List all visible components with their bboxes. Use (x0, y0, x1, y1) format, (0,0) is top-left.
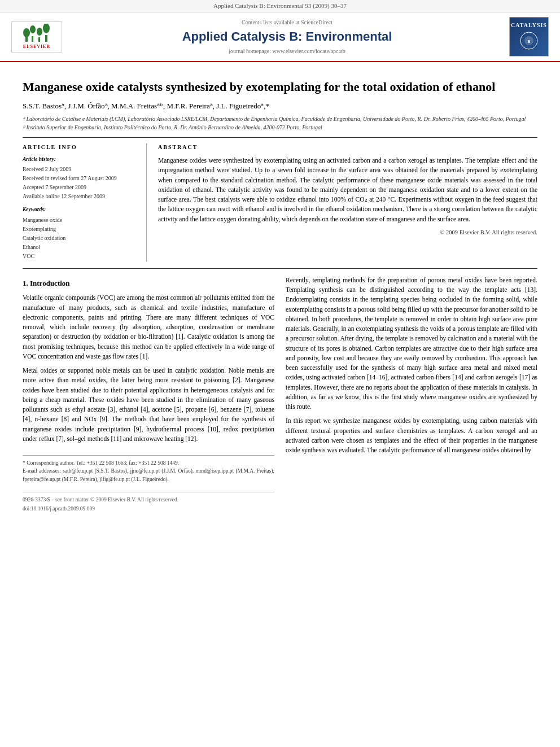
keyword-2: Exotemplating (23, 225, 138, 233)
doi-text: doi:10.1016/j.apcatb.2009.09.009 (23, 505, 274, 513)
svg-rect-7 (45, 35, 47, 42)
issn-text: 0926-3373/$ – see front matter © 2009 El… (23, 496, 178, 504)
header-divider (23, 137, 537, 138)
journal-citation: Applied Catalysis B: Environmental 93 (2… (213, 2, 347, 9)
journal-name: Applied Catalysis B: Environmental (73, 28, 501, 46)
journal-citation-bar: Applied Catalysis B: Environmental 93 (2… (0, 0, 560, 12)
sciencedirect-link: Contents lists available at ScienceDirec… (73, 19, 501, 27)
affiliations: ᵃ Laboratório de Catálise e Materiais (L… (23, 115, 537, 132)
abstract-text: Manganese oxides were synthesized by exo… (158, 156, 537, 224)
abstract-heading: ABSTRACT (158, 143, 537, 151)
authors: S.S.T. Bastosᵃ, J.J.M. Órfãoᵃ, M.M.A. Fr… (23, 101, 537, 111)
keyword-5: VOC (23, 252, 138, 260)
author-list: S.S.T. Bastosᵃ, J.J.M. Órfãoᵃ, M.M.A. Fr… (23, 102, 269, 110)
body-divider (23, 268, 537, 269)
svg-text:B: B (527, 40, 530, 43)
received-revised-date: Received in revised form 27 August 2009 (23, 174, 138, 182)
keywords-section: Keywords: Manganese oxide Exotemplating … (23, 206, 138, 260)
history-label: Article history: (23, 156, 138, 163)
keyword-3: Catalytic oxidation (23, 234, 138, 242)
body-col-right: Recently, templating methods for the pre… (286, 276, 537, 513)
body-col-left: 1. Introduction Volatile organic compoun… (23, 276, 274, 513)
received-date: Received 2 July 2009 (23, 165, 138, 173)
body-content: 1. Introduction Volatile organic compoun… (23, 276, 537, 513)
svg-rect-4 (32, 36, 33, 42)
badge-label: CATALYSIS (511, 21, 547, 29)
article-info-heading: ARTICLE INFO (23, 143, 138, 151)
catalysis-badge: CATALYSIS B (509, 17, 549, 56)
intro-para-4: In this report we synthesize manganese o… (286, 416, 537, 455)
journal-header: ELSEVIER Contents lists available at Sci… (0, 12, 560, 62)
svg-point-6 (43, 24, 50, 33)
affiliation-b: ᵇ Instituto Superior de Engenharia, Inst… (23, 123, 537, 132)
keyword-1: Manganese oxide (23, 216, 138, 224)
section1-heading: 1. Introduction (23, 278, 274, 289)
email-note: E-mail addresses: satb@fe.up.pt (S.S.T. … (23, 467, 274, 483)
affiliation-a: ᵃ Laboratório de Catálise e Materiais (L… (23, 115, 537, 123)
article-info-panel: ARTICLE INFO Article history: Received 2… (23, 143, 147, 261)
abstract-section: ABSTRACT Manganese oxides were synthesiz… (158, 143, 537, 261)
svg-rect-5 (38, 37, 40, 42)
journal-homepage: journal homepage: www.elsevier.com/locat… (73, 47, 501, 55)
bottom-bar: 0926-3373/$ – see front matter © 2009 El… (23, 492, 274, 504)
intro-para-1: Volatile organic compounds (VOC) are amo… (23, 293, 274, 361)
elsevier-label: ELSEVIER (23, 43, 50, 50)
svg-point-2 (30, 25, 36, 33)
copyright: © 2009 Elsevier B.V. All rights reserved… (158, 229, 537, 237)
intro-para-2: Metal oxides or supported noble metals c… (23, 366, 274, 444)
corresponding-note: * Corresponding author. Tel.: +351 22 50… (23, 459, 274, 467)
intro-para-3: Recently, templating methods for the pre… (286, 276, 537, 412)
journal-title-area: Contents lists available at ScienceDirec… (73, 19, 501, 55)
keyword-4: Ethanol (23, 243, 138, 251)
svg-point-3 (37, 28, 42, 36)
svg-point-1 (23, 28, 30, 37)
info-abstract-row: ARTICLE INFO Article history: Received 2… (23, 143, 537, 261)
page-content: Manganese oxide catalysts synthesized by… (0, 62, 560, 524)
keywords-label: Keywords: (23, 206, 138, 213)
accepted-date: Accepted 7 September 2009 (23, 184, 138, 191)
available-online-date: Available online 12 September 2009 (23, 193, 138, 200)
article-title: Manganese oxide catalysts synthesized by… (23, 79, 537, 95)
elsevier-logo: ELSEVIER (11, 21, 62, 53)
footnotes: * Corresponding author. Tel.: +351 22 50… (23, 455, 274, 483)
